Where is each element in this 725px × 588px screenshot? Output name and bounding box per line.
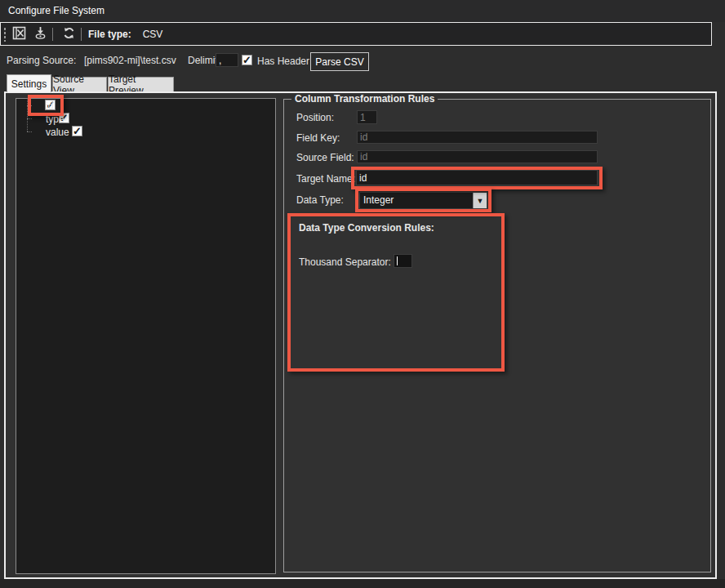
refresh-button[interactable]	[60, 25, 78, 43]
tree-guides	[27, 105, 32, 106]
has-header-checkbox[interactable]	[242, 55, 252, 65]
refresh-icon	[61, 25, 77, 43]
position-label: Position:	[296, 112, 334, 123]
tree-item-id[interactable]: id	[46, 100, 53, 112]
toolbar-grip-handle[interactable]	[3, 27, 7, 42]
dropdown-button[interactable]: ▼	[473, 193, 487, 208]
parsing-source-value: [pims902-mi]\test.csv	[84, 55, 176, 66]
data-type-value: Integer	[360, 193, 473, 208]
target-name-label: Target Name:	[296, 173, 355, 185]
exit-button[interactable]	[10, 25, 28, 43]
window-bottom-strip	[0, 579, 725, 588]
target-name-input[interactable]	[356, 170, 598, 185]
data-type-label: Data Type:	[296, 194, 344, 206]
file-type-value: CSV	[143, 29, 163, 40]
window-title: Configure File System	[8, 5, 105, 16]
conversion-rules-title: Data Type Conversion Rules:	[299, 222, 434, 234]
tab-source-view[interactable]: Source View	[52, 77, 107, 92]
source-field-label: Source Field:	[296, 152, 354, 163]
has-header-label: Has Header	[257, 56, 309, 67]
parsing-source-label: Parsing Source:	[7, 55, 76, 66]
group-title: Column Transformation Rules	[291, 93, 438, 105]
tree-checkbox-value[interactable]	[72, 126, 82, 136]
tree-item-type[interactable]: type	[46, 114, 64, 125]
tree-guides	[27, 131, 32, 132]
thousand-separator-label: Thousand Separator:	[299, 256, 391, 268]
chevron-down-icon: ▼	[477, 197, 484, 205]
exit-icon	[11, 25, 27, 43]
configure-file-system-window: Configure File System	[0, 0, 725, 588]
file-type-label: File type:	[88, 29, 131, 40]
toolbar: File type: CSV	[0, 22, 712, 46]
tree-guides	[27, 118, 32, 119]
tab-target-preview[interactable]: Target Preview	[108, 77, 174, 92]
field-key-label: Field Key:	[296, 132, 340, 144]
source-field-input	[357, 150, 598, 163]
tab-settings-label: Settings	[11, 78, 47, 90]
field-key-input	[357, 131, 598, 144]
save-button[interactable]	[31, 25, 49, 43]
column-tree-panel	[16, 98, 276, 574]
save-icon	[33, 25, 48, 43]
toolbar-separator	[81, 28, 82, 41]
title-bar: Configure File System	[0, 0, 725, 22]
position-input	[357, 110, 377, 124]
text-caret	[397, 256, 398, 265]
toolbar-separator	[52, 28, 53, 41]
data-type-dropdown[interactable]: Integer ▼	[359, 192, 487, 209]
tab-settings[interactable]: Settings	[7, 74, 51, 92]
parse-csv-button[interactable]: Parse CSV	[310, 52, 369, 71]
tree-guides	[27, 100, 28, 131]
delimiter-input[interactable]	[216, 53, 238, 67]
tree-item-value[interactable]: value	[46, 127, 69, 138]
